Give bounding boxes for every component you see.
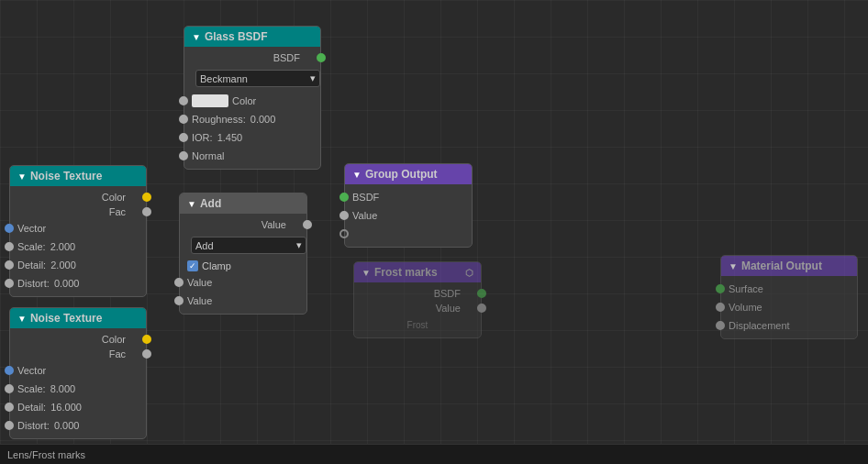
material-output-node: ▼ Material Output Surface Volume Displac… <box>720 255 858 339</box>
noise-texture-2-body: Color Fac Vector Scale: 8.000 Detail: 16 <box>10 328 146 438</box>
noise-texture-2-detail-label: Detail: 16.000 <box>17 402 139 413</box>
glass-bsdf-dropdown-value: Beckmann <box>200 73 248 84</box>
frost-marks-node: ▼ Frost marks ⬡ BSDF Value Frost <box>353 261 482 338</box>
noise-texture-2-distort-row: Distort: 0.000 <box>10 416 146 435</box>
material-output-displacement-row: Displacement <box>721 316 857 335</box>
noise-texture-2-scale-label: Scale: 8.000 <box>17 383 139 394</box>
noise-texture-1-title: Noise Texture <box>30 170 102 182</box>
glass-bsdf-normal-socket <box>179 151 188 160</box>
glass-bsdf-normal-row: Normal <box>184 147 320 165</box>
frost-marks-icon: ⬡ <box>465 268 473 278</box>
noise-texture-2-fac-label: Fac <box>17 348 126 359</box>
noise-texture-2-distort-socket <box>5 421 14 430</box>
add-node-title: Add <box>200 197 221 210</box>
glass-bsdf-color-row: Color <box>184 92 320 110</box>
add-node-header: ▼ Add <box>180 193 306 214</box>
noise-texture-1-color-output-row: Color <box>10 190 146 204</box>
noise-texture-2-scale-row: Scale: 8.000 <box>10 380 146 398</box>
glass-bsdf-color-label: Color <box>232 95 313 106</box>
glass-bsdf-dropdown[interactable]: Beckmann ▾ <box>195 70 320 87</box>
material-output-body: Surface Volume Displacement <box>721 276 857 338</box>
noise-texture-2-scale-socket <box>5 384 14 393</box>
glass-bsdf-output-row: BSDF <box>184 50 320 65</box>
frost-marks-bsdf-label: BSDF <box>362 288 461 299</box>
add-node-clamp-checkbox[interactable]: ✓ <box>187 260 198 271</box>
group-output-collapse-arrow[interactable]: ▼ <box>352 170 362 180</box>
glass-bsdf-color-swatch[interactable] <box>192 94 228 107</box>
material-output-displacement-label: Displacement <box>729 320 850 331</box>
add-node-value2-socket <box>174 296 184 305</box>
frost-marks-collapse-arrow[interactable]: ▼ <box>362 268 371 278</box>
group-output-value-socket <box>339 211 349 220</box>
frost-marks-bsdf-output-row: BSDF <box>354 286 481 301</box>
noise-texture-1-color-socket <box>142 193 151 202</box>
noise-texture-1-distort-socket <box>5 279 14 288</box>
glass-bsdf-roughness-socket <box>179 115 188 124</box>
group-output-empty-row <box>345 225 472 243</box>
frost-marks-value-socket <box>477 304 486 313</box>
group-output-bsdf-label: BSDF <box>352 192 464 203</box>
material-output-surface-socket <box>716 284 725 293</box>
frost-marks-title: Frost marks <box>374 266 438 279</box>
noise-texture-1-fac-label: Fac <box>17 206 126 217</box>
noise-texture-1-body: Color Fac Vector Scale: 2.000 Detail: 2. <box>10 186 146 296</box>
noise-texture-1-scale-row: Scale: 2.000 <box>10 238 146 256</box>
noise-texture-1-collapse-arrow[interactable]: ▼ <box>17 171 27 182</box>
add-node-collapse-arrow[interactable]: ▼ <box>187 199 196 209</box>
noise-texture-2-vector-label: Vector <box>17 365 139 376</box>
noise-texture-2-distort-label: Distort: 0.000 <box>17 420 139 431</box>
noise-texture-2-title: Noise Texture <box>30 312 102 325</box>
noise-texture-2-fac-socket <box>142 349 151 359</box>
add-node-dropdown-container[interactable]: Add ▾ <box>180 232 306 259</box>
noise-texture-2-node: ▼ Noise Texture Color Fac Vector Scale: … <box>9 307 147 439</box>
add-node: ▼ Add Value Add ▾ ✓ Clamp Value Value <box>179 193 307 315</box>
frost-marks-value-output-row: Value <box>354 301 481 315</box>
noise-texture-1-distort-row: Distort: 0.000 <box>10 274 146 293</box>
material-output-volume-socket <box>716 303 725 312</box>
glass-bsdf-node: ▼ Glass BSDF BSDF Beckmann ▾ Color Rough… <box>184 26 321 170</box>
group-output-bsdf-row: BSDF <box>345 188 472 206</box>
add-node-output-row: Value <box>180 217 306 232</box>
status-bar: Lens/Frost marks <box>0 444 868 464</box>
noise-texture-1-scale-label: Scale: 2.000 <box>17 241 139 252</box>
status-bar-text: Lens/Frost marks <box>7 449 85 460</box>
material-output-title: Material Output <box>741 260 822 272</box>
add-node-value2-row: Value <box>180 292 306 310</box>
noise-texture-2-vector-row: Vector <box>10 361 146 380</box>
add-node-output-socket <box>303 220 312 229</box>
material-output-displacement-socket <box>716 321 725 330</box>
glass-bsdf-ior-label: IOR: 1.450 <box>192 132 313 143</box>
add-node-output-label: Value <box>187 219 286 230</box>
noise-texture-1-vector-row: Vector <box>10 219 146 238</box>
noise-texture-1-node: ▼ Noise Texture Color Fac Vector Scale: … <box>9 165 147 297</box>
noise-texture-1-header: ▼ Noise Texture <box>10 166 146 186</box>
glass-bsdf-color-socket <box>179 96 188 105</box>
glass-bsdf-collapse-arrow[interactable]: ▼ <box>192 32 201 42</box>
frost-marks-body: BSDF Value Frost <box>354 282 481 337</box>
frost-marks-value-label: Value <box>362 303 461 314</box>
glass-bsdf-roughness-label: Roughness: 0.000 <box>192 114 313 125</box>
frost-marks-bottom-label: Frost <box>407 320 428 330</box>
add-node-dropdown[interactable]: Add ▾ <box>191 237 306 254</box>
glass-bsdf-ior-socket <box>179 133 188 142</box>
noise-texture-1-fac-output-row: Fac <box>10 204 146 219</box>
noise-texture-2-collapse-arrow[interactable]: ▼ <box>17 314 27 324</box>
noise-texture-2-color-socket <box>142 335 151 344</box>
add-node-value2-label: Value <box>187 295 299 306</box>
glass-bsdf-normal-label: Normal <box>192 150 313 161</box>
frost-marks-header: ▼ Frost marks ⬡ <box>354 262 481 282</box>
group-output-body: BSDF Value <box>345 184 472 247</box>
noise-texture-1-detail-label: Detail: 2.000 <box>17 260 139 271</box>
glass-bsdf-dropdown-container[interactable]: Beckmann ▾ <box>184 65 320 92</box>
glass-bsdf-output-socket <box>317 53 326 62</box>
add-node-dropdown-value: Add <box>195 240 214 251</box>
group-output-empty-socket <box>339 229 349 238</box>
add-node-value1-label: Value <box>187 277 299 288</box>
group-output-node: ▼ Group Output BSDF Value <box>344 163 473 248</box>
material-output-volume-label: Volume <box>729 302 850 313</box>
glass-bsdf-body: BSDF Beckmann ▾ Color Roughness: 0.000 <box>184 47 320 169</box>
noise-texture-2-vector-socket <box>5 366 14 375</box>
group-output-bsdf-socket <box>339 193 349 202</box>
noise-texture-2-fac-output-row: Fac <box>10 347 146 361</box>
material-output-collapse-arrow[interactable]: ▼ <box>729 261 738 271</box>
